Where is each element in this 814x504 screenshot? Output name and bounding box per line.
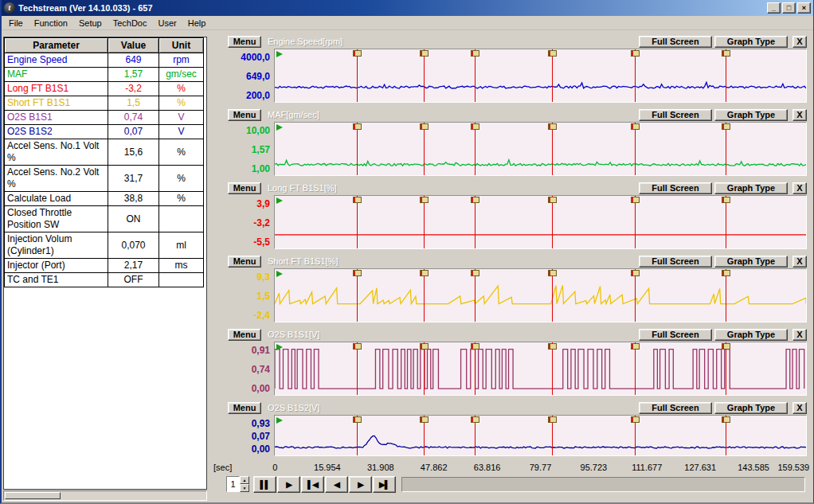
table-row[interactable]: TC and TE1OFF (5, 273, 204, 287)
graph-header: MenuEngine Speed[rpm]Full ScreenGraph Ty… (212, 35, 807, 48)
trigger-flag-icon (420, 123, 429, 130)
step-back-button[interactable]: ◀ (325, 476, 348, 493)
graph-menu-button[interactable]: Menu (228, 36, 261, 48)
table-row[interactable]: Engine Speed649rpm (5, 53, 204, 68)
parameter-panel: ParameterValueUnitEngine Speed649rpmMAF1… (2, 30, 207, 502)
menu-item-techdoc[interactable]: TechDoc (108, 17, 153, 29)
column-header-value[interactable]: Value (108, 38, 159, 53)
title-bar[interactable]: t Techstream (Ver 14.10.033) - 657 _ □ × (2, 0, 813, 16)
graph-type-button[interactable]: Graph Type (714, 36, 788, 48)
step-forward-button[interactable]: ▶ (349, 476, 372, 493)
table-row[interactable]: Injector (Port)2,17ms (5, 259, 204, 273)
menu-item-file[interactable]: File (3, 17, 29, 29)
table-row[interactable]: Calculate Load38,8% (5, 192, 204, 206)
menu-item-help[interactable]: Help (182, 17, 212, 29)
trigger-line (552, 196, 553, 248)
table-row[interactable]: Short FT B1S11,5% (5, 96, 204, 111)
graph-panel-container: MenuEngine Speed[rpm]Full ScreenGraph Ty… (210, 30, 813, 502)
scrollbar-thumb[interactable] (5, 492, 61, 499)
trigger-line (424, 49, 425, 102)
menu-item-function[interactable]: Function (29, 17, 73, 29)
parameter-name-cell: Short FT B1S1 (5, 96, 108, 111)
trigger-flag-icon (722, 197, 730, 203)
graph-menu-button[interactable]: Menu (228, 182, 261, 194)
menu-item-setup[interactable]: Setup (73, 17, 108, 29)
trigger-flag-icon (353, 343, 362, 350)
minimize-button[interactable]: _ (767, 2, 781, 14)
graph-header: MenuLong FT B1S1[%]Full ScreenGraph Type… (212, 182, 807, 194)
parameter-name-cell: Long FT B1S1 (5, 82, 108, 96)
column-header-parameter[interactable]: Parameter (5, 38, 108, 53)
close-graph-button[interactable]: X (792, 182, 807, 194)
full-screen-button[interactable]: Full Screen (639, 182, 712, 194)
play-button[interactable]: ▶ (277, 476, 300, 493)
spinner-up-button[interactable]: ▲ (240, 476, 249, 484)
plot-area[interactable] (274, 195, 807, 249)
table-row[interactable]: MAF1,57gm/sec (5, 68, 204, 82)
graph-menu-button[interactable]: Menu (228, 256, 261, 268)
table-row[interactable]: O2S B1S20,07V (5, 125, 204, 139)
playback-slider-track[interactable] (401, 477, 805, 492)
parameter-unit-cell: % (159, 96, 204, 111)
close-graph-button[interactable]: X (792, 36, 807, 48)
full-screen-button[interactable]: Full Screen (639, 402, 712, 414)
maximize-button[interactable]: □ (782, 2, 796, 14)
full-screen-button[interactable]: Full Screen (639, 36, 712, 48)
y-current-label: 0,07 (252, 432, 270, 442)
close-graph-button[interactable]: X (792, 256, 807, 268)
graph-menu-button[interactable]: Menu (228, 109, 261, 121)
graph-type-button[interactable]: Graph Type (714, 329, 788, 341)
y-current-label: -3,2 (253, 218, 270, 229)
parameter-unit-cell: % (159, 139, 204, 166)
trigger-flag-icon (471, 50, 479, 57)
table-row[interactable]: Accel Sens. No.2 Volt %31,7% (5, 166, 204, 192)
column-header-unit[interactable]: Unit (159, 38, 204, 53)
close-graph-button[interactable]: X (792, 109, 807, 121)
parameter-value-cell: 1,5 (108, 96, 159, 111)
graph-type-button[interactable]: Graph Type (714, 256, 788, 268)
app-icon: t (4, 2, 15, 14)
plot-area[interactable] (274, 415, 807, 456)
time-tick-label: 159.539 (777, 463, 809, 472)
parameter-value-cell: -3,2 (108, 82, 159, 96)
table-row[interactable]: Accel Sens. No.1 Volt %15,6% (5, 139, 204, 166)
y-max-label: 10,00 (246, 126, 270, 136)
plot-area[interactable] (274, 122, 807, 176)
graph-title: Engine Speed[rpm] (268, 37, 342, 46)
table-row[interactable]: Long FT B1S1-3,2% (5, 82, 204, 96)
graph-menu-button[interactable]: Menu (228, 402, 261, 414)
page-spinner[interactable]: 1 ▲ ▼ (226, 476, 249, 492)
graph-type-button[interactable]: Graph Type (714, 109, 788, 121)
table-row[interactable]: Closed Throttle Position SWON (5, 206, 204, 232)
plot-area[interactable] (274, 268, 807, 322)
table-row[interactable]: O2S B1S10,74V (5, 111, 204, 125)
horizontal-scrollbar[interactable] (3, 490, 207, 501)
trigger-flag-icon (420, 270, 429, 276)
pause-button[interactable]: ▌▌ (253, 476, 276, 493)
skip-start-button[interactable]: ▌◀ (301, 476, 324, 493)
full-screen-button[interactable]: Full Screen (639, 256, 712, 268)
graph-type-button[interactable]: Graph Type (714, 402, 788, 414)
parameter-unit-cell: % (159, 82, 204, 96)
close-button[interactable]: × (797, 2, 811, 14)
graph-type-button[interactable]: Graph Type (714, 182, 788, 194)
close-graph-button[interactable]: X (792, 329, 807, 341)
table-row[interactable]: Injection Volum (Cylinder1)0,070ml (5, 232, 204, 259)
graph-menu-button[interactable]: Menu (228, 329, 261, 341)
y-current-label: 1,5 (256, 291, 270, 302)
skip-end-button[interactable]: ▶▌ (373, 476, 396, 493)
close-graph-button[interactable]: X (792, 402, 807, 414)
graph-title: O2S B1S2[V] (268, 403, 319, 412)
time-tick-label: 63.816 (474, 463, 501, 472)
menu-item-user[interactable]: User (152, 17, 182, 29)
trigger-line (635, 196, 636, 248)
trigger-line (726, 49, 726, 102)
plot-area[interactable] (274, 49, 807, 103)
parameter-name-cell: TC and TE1 (5, 273, 108, 287)
spinner-down-button[interactable]: ▼ (240, 484, 249, 492)
full-screen-button[interactable]: Full Screen (639, 329, 712, 341)
trigger-flag-icon (353, 50, 362, 57)
graph-header: MenuO2S B1S2[V]Full ScreenGraph TypeX (212, 401, 807, 414)
full-screen-button[interactable]: Full Screen (639, 109, 712, 121)
plot-area[interactable] (274, 342, 807, 396)
